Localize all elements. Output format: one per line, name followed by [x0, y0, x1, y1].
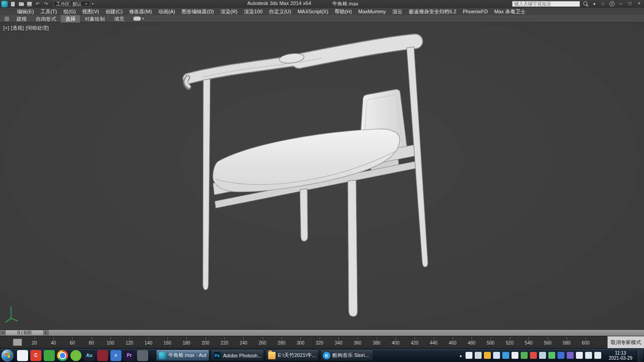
timeline-tick[interactable]: 500 — [481, 336, 500, 348]
timeline-tick[interactable]: 440 — [424, 336, 443, 348]
ribbon-tab[interactable]: 填充 — [109, 15, 129, 23]
menu-item[interactable]: 渲染100 — [241, 8, 265, 15]
previous-frame-button[interactable]: ◂ — [0, 330, 5, 336]
driver-tray-icon[interactable] — [576, 352, 583, 359]
red-c-app-icon[interactable]: C — [30, 350, 41, 361]
network-tray-icon[interactable] — [594, 352, 601, 359]
minimize-button[interactable]: – — [617, 1, 624, 7]
timeline-tick[interactable]: 220 — [215, 336, 234, 348]
menu-item[interactable]: 极速瘦身安全归档5.2 — [406, 8, 460, 15]
next-frame-button[interactable]: ▸ — [44, 330, 49, 336]
viewport-pov-menu[interactable]: [透视] — [11, 25, 24, 31]
wechat-tray-icon[interactable] — [548, 352, 555, 359]
palette-app-icon[interactable] — [137, 350, 148, 361]
perspective-viewport[interactable]: [+] [透视] [明暗处理] — [0, 23, 644, 329]
qq-tray-icon[interactable] — [493, 352, 500, 359]
dark-red-app-icon[interactable] — [97, 350, 108, 361]
search-icon[interactable] — [582, 1, 589, 7]
timeline-tick[interactable]: 460 — [443, 336, 462, 348]
redo-icon[interactable]: ↷ — [43, 1, 49, 7]
timeline-tick[interactable]: 600 — [576, 336, 595, 348]
ribbon-tab[interactable]: 选择 — [61, 15, 80, 23]
timeline-tick[interactable]: 240 — [234, 336, 253, 348]
timeline-tick[interactable]: 300 — [291, 336, 310, 348]
show-desktop-button[interactable] — [638, 349, 643, 362]
timeline-tick[interactable]: 520 — [500, 336, 519, 348]
menu-item[interactable]: 视图(V) — [79, 8, 103, 15]
photoshop-window-button[interactable]: PsAdobe Photosh... — [211, 350, 264, 361]
timeline-tick[interactable]: 580 — [557, 336, 576, 348]
save-file-icon[interactable] — [26, 1, 33, 7]
explorer-window-button[interactable]: E:\天竹2021\牛... — [265, 350, 319, 361]
ribbon-tab[interactable]: 自由形式 — [31, 15, 61, 23]
taskbar-clock[interactable]: 11:13 2021-03-29 — [606, 351, 635, 361]
timeline-tick[interactable]: 420 — [405, 336, 424, 348]
menu-item[interactable]: 渲染(R) — [217, 8, 241, 15]
favorites-star-icon[interactable]: ☆ — [600, 1, 606, 7]
timeline-tick[interactable]: 480 — [462, 336, 481, 348]
netdisk-tray-icon[interactable] — [502, 352, 509, 359]
max-window-button[interactable]: 牛角椅.max - Aut... — [156, 350, 209, 361]
timeline-tick[interactable]: 40 — [44, 336, 63, 348]
menu-item[interactable]: 自定义(U) — [266, 8, 294, 15]
timeline-tick[interactable]: 180 — [177, 336, 196, 348]
weather-tray-icon[interactable] — [484, 352, 491, 359]
timeline-tick[interactable]: 540 — [519, 336, 538, 348]
close-button[interactable]: × — [636, 1, 643, 7]
application-menu-icon[interactable] — [1, 1, 8, 7]
blue-grid-app-icon[interactable]: ≡ — [110, 350, 121, 361]
menu-item[interactable]: 渲云 — [389, 8, 406, 15]
green-cad-app-icon[interactable] — [44, 350, 55, 361]
timeline-tick[interactable]: 280 — [272, 336, 291, 348]
menu-item[interactable]: 图形编辑器(D) — [178, 8, 217, 15]
timeline-tick[interactable]: 140 — [139, 336, 158, 348]
volume-tray-icon[interactable] — [585, 352, 592, 359]
timeline-tick[interactable]: 320 — [310, 336, 329, 348]
chrome-icon[interactable] — [57, 350, 68, 361]
premiere-icon[interactable]: Pr — [124, 350, 135, 361]
music-tray-icon[interactable] — [558, 352, 564, 359]
time-slider-handle[interactable]: 0 / 600 — [5, 330, 44, 336]
menu-item[interactable]: 修改器(M) — [126, 8, 155, 15]
timeline-ruler[interactable]: 2040608010012014016018020022024026028030… — [25, 336, 595, 348]
screenshot-tray-icon[interactable] — [475, 352, 482, 359]
audition-icon[interactable]: Au — [84, 350, 95, 361]
timeline-tick[interactable]: 560 — [538, 336, 557, 348]
timeline-tick[interactable]: 260 — [253, 336, 272, 348]
messenger-icon[interactable] — [17, 350, 28, 361]
tray-expand-icon[interactable]: ▴ — [458, 352, 463, 359]
timeline-tick[interactable]: 20 — [25, 336, 44, 348]
timeline-tick[interactable]: 100 — [101, 336, 120, 348]
ime-tray-icon[interactable] — [466, 352, 472, 359]
timeline-tick[interactable]: 360 — [348, 336, 367, 348]
security-tray-icon[interactable] — [521, 352, 528, 359]
viewport-shading-menu[interactable]: [明暗处理] — [26, 25, 49, 31]
menu-item[interactable]: PhoenixFD — [460, 8, 491, 15]
timeline-tick[interactable]: 60 — [63, 336, 82, 348]
menu-item[interactable]: 动画(A) — [155, 8, 178, 15]
menu-item[interactable]: MAXScript(X) — [294, 8, 332, 15]
frame-position-marker[interactable] — [13, 339, 22, 346]
timeline-tick[interactable]: 80 — [82, 336, 101, 348]
timeline-tick[interactable]: 380 — [367, 336, 386, 348]
help-icon[interactable]: ? — [609, 1, 615, 7]
kugou-window-button[interactable]: K酷狗音乐 Stori... — [320, 350, 374, 361]
sign-in-icon[interactable]: ▾ — [591, 1, 598, 7]
infocenter-search-input[interactable] — [512, 1, 580, 7]
chair-object[interactable] — [185, 41, 428, 317]
ribbon-tab[interactable]: 建模 — [12, 15, 31, 23]
menu-item[interactable]: 编辑(E) — [14, 8, 37, 15]
ribbon-tab[interactable]: 对象绘制 — [80, 15, 109, 23]
cloud-tray-icon[interactable] — [539, 352, 546, 359]
start-button[interactable] — [1, 350, 13, 362]
timeline-tick[interactable]: 120 — [120, 336, 139, 348]
menu-item[interactable]: 组(G) — [60, 8, 79, 15]
menu-item[interactable]: MaxMummy — [355, 8, 389, 15]
green-browser-icon[interactable] — [70, 350, 81, 361]
timeline-tick[interactable]: 400 — [386, 336, 405, 348]
menu-item[interactable]: 创建(C) — [102, 8, 126, 15]
undo-icon[interactable]: ↶ — [34, 1, 41, 7]
menu-item[interactable]: 工具(T) — [37, 8, 60, 15]
timeline-tick[interactable]: 200 — [196, 336, 215, 348]
wps-tray-icon[interactable] — [512, 352, 518, 359]
